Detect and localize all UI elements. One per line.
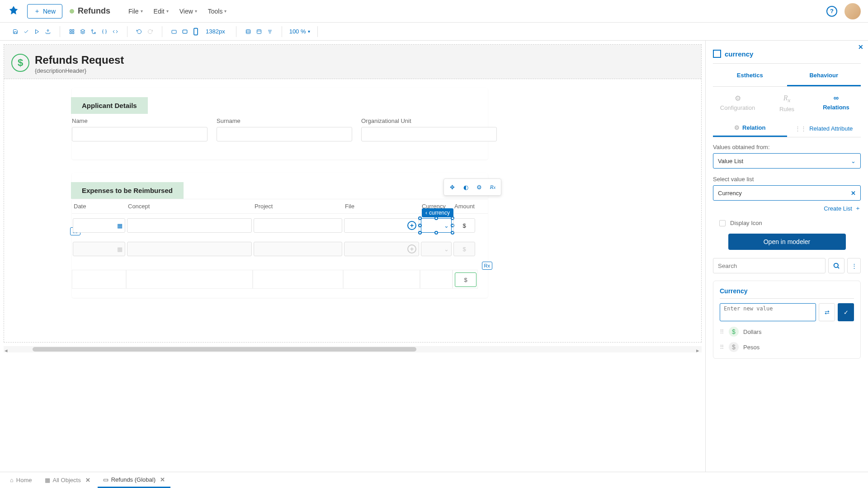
concept-input-disabled (127, 242, 252, 256)
total-amount: $ (455, 272, 476, 287)
save-icon[interactable] (11, 27, 20, 36)
more-menu-button[interactable]: ⋮ (847, 258, 861, 273)
concept-input[interactable] (127, 218, 252, 233)
tab-relations[interactable]: ∞Relations (811, 90, 861, 116)
rx-icon[interactable]: Rx (486, 181, 499, 193)
value-item[interactable]: ⠿ $ Pesos (720, 337, 854, 352)
svg-rect-11 (194, 28, 198, 35)
scroll-right-icon[interactable]: ▸ (696, 347, 701, 352)
form-subtitle: {descriptionHeader} (35, 67, 124, 74)
open-modeler-button[interactable]: Open in modeler (728, 234, 846, 250)
add-file-icon[interactable]: + (407, 221, 416, 230)
surname-input[interactable] (217, 127, 352, 141)
menu-view[interactable]: View▾ (179, 8, 197, 15)
translate-icon[interactable]: ⇄ (819, 303, 835, 321)
search-input[interactable] (713, 258, 826, 273)
menu-edit[interactable]: Edit▾ (154, 8, 169, 15)
link-icon: ⚙ (734, 124, 740, 131)
layout-icon-2[interactable] (255, 27, 264, 36)
tab-related-attribute[interactable]: ⋮⋮Related Attribute (787, 120, 861, 137)
chevron-down-icon: ▾ (308, 29, 310, 34)
desktop-icon[interactable] (170, 27, 179, 36)
relations-icon: ∞ (834, 94, 839, 102)
drag-handle-icon[interactable]: ⠿ (720, 344, 724, 351)
move-icon[interactable]: ✥ (446, 181, 458, 193)
align-icon[interactable] (265, 27, 274, 36)
undo-icon[interactable] (135, 27, 144, 36)
col-project: Project (253, 199, 343, 213)
scroll-left-icon[interactable]: ◂ (5, 347, 9, 352)
menu-tools[interactable]: Tools▾ (208, 8, 227, 15)
project-input[interactable] (254, 218, 342, 233)
display-icon-checkbox[interactable] (719, 220, 726, 226)
values-from-label: Values obtained from: (713, 144, 861, 150)
redo-icon (146, 27, 155, 36)
svg-point-20 (834, 263, 838, 267)
check-icon[interactable] (22, 27, 31, 36)
expenses-section-title: Expenses to be Reimbursed (71, 182, 184, 199)
user-avatar[interactable] (844, 3, 861, 19)
element-toolbar: ✥ ◐ ⚙ Rx (443, 178, 501, 196)
scrollbar-thumb[interactable] (33, 347, 416, 352)
zoom-dropdown[interactable]: 100 %▾ (289, 28, 310, 35)
rules-icon: Rx (783, 94, 791, 104)
menu-file[interactable]: File▾ (128, 8, 143, 15)
tab-configuration[interactable]: ⚙Configuration (713, 90, 762, 116)
surname-label: Surname (217, 117, 352, 124)
new-button[interactable]: ＋ New (27, 4, 62, 19)
components-icon[interactable] (67, 27, 76, 36)
horizontal-scrollbar[interactable]: ◂ ▸ (4, 346, 702, 352)
chevron-down-icon[interactable]: ⌄ (444, 222, 449, 229)
confirm-value-button[interactable]: ✓ (838, 303, 854, 321)
dollar-circle-icon: $ (11, 54, 29, 72)
help-icon[interactable]: ? (826, 6, 837, 17)
export-icon[interactable] (43, 27, 52, 36)
create-list-link[interactable]: Create List ＋ (713, 204, 861, 212)
branch-icon[interactable] (89, 27, 98, 36)
layout-icon-1[interactable] (244, 27, 253, 36)
drag-handle-icon[interactable]: ⠿ (720, 328, 724, 335)
search-button[interactable] (828, 258, 844, 273)
tab-relation[interactable]: ⚙Relation (713, 120, 787, 137)
gear-icon[interactable]: ⚙ (473, 181, 486, 193)
document-title: Refunds (78, 6, 110, 16)
play-icon[interactable] (33, 27, 42, 36)
svg-line-21 (838, 267, 839, 268)
close-icon[interactable]: ✕ (858, 43, 863, 51)
select-list-input[interactable]: Currency ✕ (713, 185, 861, 201)
values-from-select[interactable]: Value List ⌄ (713, 153, 861, 169)
tablet-icon[interactable] (180, 27, 189, 36)
svg-rect-4 (70, 32, 72, 34)
plus-icon: ＋ (34, 7, 40, 15)
rx-badge[interactable]: Rx (482, 262, 492, 270)
calendar-icon[interactable]: ▦ (117, 222, 123, 229)
braces-icon[interactable] (100, 27, 109, 36)
currency-cell-selected[interactable]: ‹ currency ⌄ (420, 218, 453, 233)
svg-rect-3 (72, 29, 74, 31)
name-input[interactable] (72, 127, 208, 141)
tab-esthetics[interactable]: Esthetics (713, 66, 787, 86)
palette-icon[interactable]: ◐ (459, 181, 472, 193)
tab-behaviour[interactable]: Behaviour (787, 66, 861, 86)
chevron-down-icon: ⌄ (444, 246, 449, 253)
code-icon[interactable] (111, 27, 120, 36)
mobile-icon[interactable] (191, 27, 200, 36)
value-item[interactable]: ⠿ $ Dollars (720, 321, 854, 337)
calendar-icon: ▦ (117, 246, 123, 253)
currency-icon: $ (729, 327, 739, 337)
add-file-icon: + (407, 244, 416, 253)
clear-icon[interactable]: ✕ (851, 190, 856, 197)
app-logo[interactable] (7, 5, 20, 18)
layers-icon[interactable] (78, 27, 87, 36)
amount-input[interactable]: $ (453, 218, 475, 233)
org-input[interactable] (361, 127, 497, 141)
tab-rules[interactable]: RxRules (762, 90, 811, 116)
svg-marker-6 (80, 29, 85, 32)
chevron-down-icon: ▾ (141, 9, 143, 14)
select-list-label: Select value list (713, 176, 861, 183)
new-value-input[interactable] (720, 303, 816, 321)
totals-row: $ (72, 270, 488, 289)
form-header: $ Refunds Request {descriptionHeader} (4, 45, 701, 79)
col-concept: Concept (126, 199, 253, 213)
svg-rect-9 (172, 30, 176, 33)
